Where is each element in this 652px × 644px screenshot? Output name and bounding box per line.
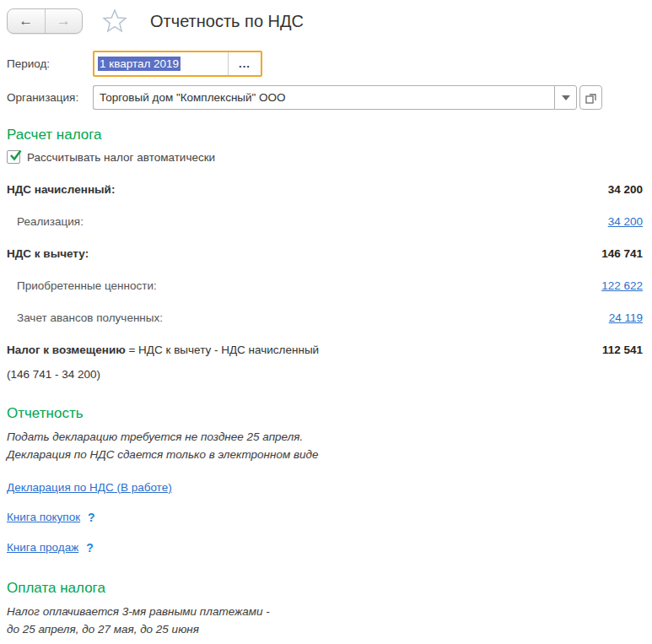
advances-offset-label: Зачет авансов полученных: [7,311,163,324]
chevron-down-icon [562,95,570,100]
declaration-row: Декларация по НДС (В работе) [7,481,643,494]
back-button[interactable]: ← [8,9,46,33]
payment-note: Налог оплачивается 3-мя равными платежам… [7,603,643,639]
period-choose-button[interactable]: ... [229,52,261,75]
organization-input[interactable]: Торговый дом "Комплексный" ООО [93,85,554,110]
organization-field-group: Торговый дом "Комплексный" ООО [93,85,602,110]
auto-calc-checkbox[interactable] [7,150,20,164]
history-nav-group: ← → [7,8,83,34]
help-icon[interactable]: ? [88,511,95,524]
reporting-note-line1: Подать декларацию требуется не позднее 2… [7,429,643,446]
vat-declaration-link[interactable]: Декларация по НДС (В работе) [7,481,172,494]
page-title: Отчетность по НДС [150,12,304,31]
tax-refund-label: Налог к возмещению = НДС к вычету - НДС … [7,344,319,356]
section-heading-payment: Оплата налога [7,580,643,597]
period-row: Период: 1 квартал 2019 ... [7,51,643,77]
purchase-book-row: Книга покупок ? [7,511,643,524]
sales-row: Реализация: 34 200 [7,215,643,228]
advances-offset-link[interactable]: 24 119 [609,311,643,324]
top-toolbar: ← → Отчетность по НДС [7,7,643,35]
advances-offset-row: Зачет авансов полученных: 24 119 [7,311,643,324]
sales-value-link[interactable]: 34 200 [608,215,643,228]
section-heading-tax-calc: Расчет налога [7,127,643,143]
period-input[interactable]: 1 квартал 2019 ... [93,51,262,77]
tax-refund-value: 112 541 [602,344,643,356]
vat-report-page: ← → Отчетность по НДС Период: 1 квартал … [0,0,652,644]
auto-calc-row: Рассчитывать налог автоматически [7,150,643,164]
sales-book-link[interactable]: Книга продаж [7,541,78,554]
section-heading-reporting: Отчетность [7,405,643,422]
organization-row: Организация: Торговый дом "Комплексный" … [7,85,643,110]
period-value[interactable]: 1 квартал 2019 [94,52,229,75]
checkmark-icon [8,148,24,163]
purchased-values-link[interactable]: 122 622 [601,279,643,292]
purchased-values-label: Приобретенные ценности: [7,279,157,292]
open-form-icon [585,92,597,104]
period-label: Период: [7,57,93,70]
organization-dropdown-button[interactable] [554,85,577,110]
tax-refund-formula: (146 741 - 34 200) [7,368,643,381]
vat-accrued-row: НДС начисленный: 34 200 [7,183,643,196]
vat-accrued-label: НДС начисленный: [7,183,115,196]
sales-book-row: Книга продаж ? [7,541,643,555]
tax-refund-row: Налог к возмещению = НДС к вычету - НДС … [7,344,643,356]
reporting-note: Подать декларацию требуется не позднее 2… [7,429,643,464]
vat-deductible-row: НДС к вычету: 146 741 [7,247,643,260]
forward-button[interactable]: → [46,9,83,33]
favorite-star-icon[interactable] [101,8,128,35]
vat-accrued-value: 34 200 [608,183,643,196]
purchase-book-link[interactable]: Книга покупок [7,511,80,523]
help-icon[interactable]: ? [86,541,94,555]
organization-open-button[interactable] [579,85,602,110]
payment-note-line2: до 25 апреля, до 27 мая, до 25 июня [7,621,643,639]
purchased-values-row: Приобретенные ценности: 122 622 [7,279,643,292]
vat-deductible-value: 146 741 [601,247,643,260]
auto-calc-label[interactable]: Рассчитывать налог автоматически [27,151,215,164]
vat-deductible-label: НДС к вычету: [7,247,89,260]
reporting-note-line2: Декларация по НДС сдается только в элект… [7,446,643,464]
organization-label: Организация: [7,91,93,104]
sales-label: Реализация: [7,215,84,228]
payment-note-line1: Налог оплачивается 3-мя равными платежам… [7,603,643,621]
